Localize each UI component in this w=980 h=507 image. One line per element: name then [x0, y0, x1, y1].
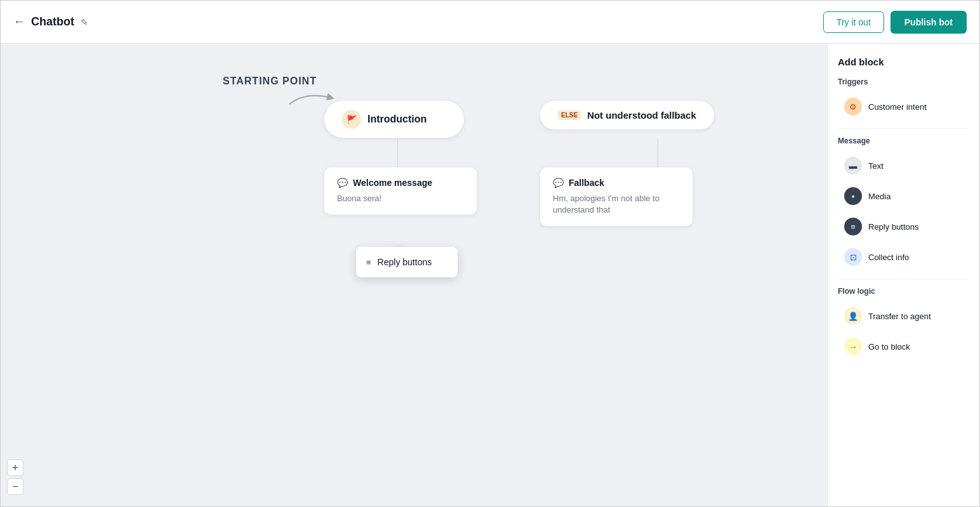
fallback-text: Hm, apologies I'm not able to understand…	[553, 193, 680, 216]
reply-buttons-block-icon: ≡	[844, 218, 862, 235]
sidebar-item-customer-intent[interactable]: ⚙ Customer intent	[838, 93, 969, 121]
connector-fallback-block	[658, 139, 658, 171]
welcome-message-text: Buona sera!	[337, 193, 464, 204]
divider-1	[838, 128, 969, 129]
reply-buttons-menu-item[interactable]: ≡ Reply buttons	[356, 251, 458, 273]
try-it-out-button[interactable]: Try it out	[823, 11, 884, 33]
block-type-popup: ≡ Reply buttons	[356, 247, 458, 277]
reply-buttons-block-label: Reply buttons	[868, 222, 919, 232]
sidebar-item-media[interactable]: ▪ Media	[838, 182, 969, 210]
header-left: ← Chatbot ✎	[13, 15, 88, 29]
sidebar-item-reply-buttons[interactable]: ≡ Reply buttons	[838, 213, 969, 240]
zoom-in-button[interactable]: +	[7, 459, 23, 476]
go-to-block-label: Go to block	[868, 342, 910, 352]
flow-canvas[interactable]: STARTING POINT 🚩 Introduction ELSE Not u…	[1, 44, 827, 507]
fallback-title: Fallback	[569, 178, 604, 188]
introduction-icon: 🚩	[342, 110, 361, 129]
else-badge: ELSE	[558, 110, 581, 120]
message-icon-welcome: 💬	[337, 178, 348, 188]
not-understood-node[interactable]: ELSE Not understood fallback	[540, 101, 714, 129]
add-block-sidebar: Add block Triggers ⚙ Customer intent Mes…	[827, 44, 979, 507]
welcome-message-block[interactable]: 💬 Welcome message Buona sera!	[324, 168, 477, 214]
flow-logic-section-label: Flow logic	[838, 287, 969, 296]
zoom-controls: + −	[7, 459, 23, 495]
header: ← Chatbot ✎ Try it out Publish bot	[1, 1, 979, 44]
transfer-agent-label: Transfer to agent	[868, 312, 931, 321]
message-section-label: Message	[838, 136, 969, 145]
introduction-label: Introduction	[368, 114, 427, 125]
collect-info-label: Collect info	[868, 253, 909, 262]
block-header-welcome: 💬 Welcome message	[337, 178, 464, 188]
welcome-message-title: Welcome message	[353, 178, 432, 188]
message-icon-fallback: 💬	[553, 178, 564, 188]
not-understood-label: Not understood fallback	[587, 110, 696, 121]
sidebar-item-collect-info[interactable]: ⊡ Collect info	[838, 243, 969, 271]
starting-point-label: STARTING POINT	[223, 76, 317, 87]
sidebar-title: Add block	[838, 56, 969, 67]
main-layout: STARTING POINT 🚩 Introduction ELSE Not u…	[1, 44, 979, 507]
publish-bot-button[interactable]: Publish bot	[891, 11, 967, 34]
divider-2	[838, 279, 969, 279]
block-header-fallback: 💬 Fallback	[553, 178, 680, 188]
fallback-block[interactable]: 💬 Fallback Hm, apologies I'm not able to…	[540, 168, 692, 226]
collect-info-icon: ⊡	[844, 248, 862, 266]
transfer-agent-icon: 👤	[844, 307, 862, 325]
introduction-node[interactable]: 🚩 Introduction	[324, 101, 464, 138]
edit-icon[interactable]: ✎	[81, 17, 88, 27]
triggers-section-label: Triggers	[838, 77, 969, 86]
text-block-icon: ▬	[844, 157, 862, 174]
connector-intro-welcome	[397, 139, 398, 171]
customer-intent-icon: ⚙	[844, 98, 862, 115]
reply-buttons-icon: ≡	[366, 258, 371, 267]
text-block-label: Text	[868, 161, 884, 171]
back-button[interactable]: ←	[13, 15, 25, 29]
customer-intent-label: Customer intent	[868, 102, 927, 112]
reply-buttons-label: Reply buttons	[378, 257, 432, 267]
sidebar-item-transfer-to-agent[interactable]: 👤 Transfer to agent	[838, 302, 969, 330]
go-to-block-icon: →	[844, 338, 862, 355]
page-title: Chatbot	[31, 15, 74, 29]
media-block-icon: ▪	[844, 187, 862, 205]
media-block-label: Media	[868, 192, 891, 201]
sidebar-item-text[interactable]: ▬ Text	[838, 152, 969, 180]
header-right: Try it out Publish bot	[823, 11, 967, 34]
zoom-out-button[interactable]: −	[7, 478, 23, 495]
sidebar-item-go-to-block[interactable]: → Go to block	[838, 333, 969, 360]
